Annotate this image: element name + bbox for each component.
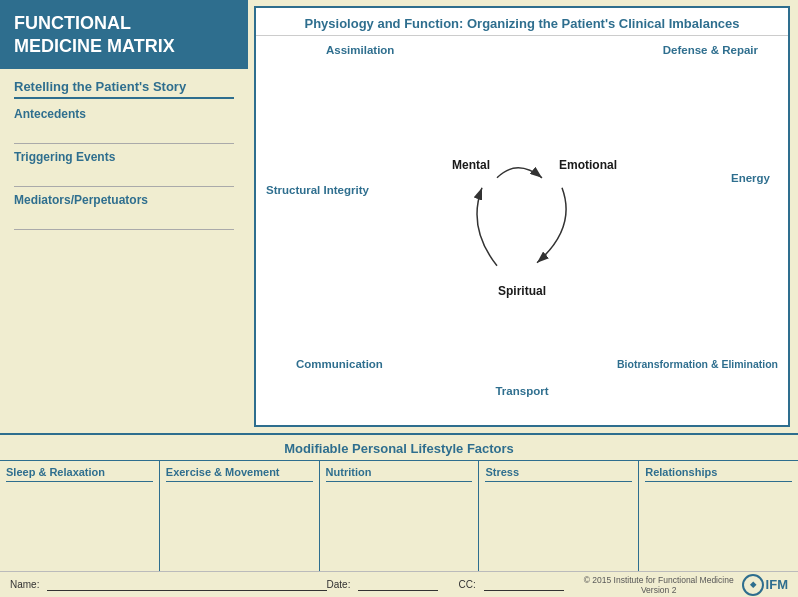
story-section-title: Retelling the Patient's Story	[14, 79, 234, 99]
col-stress: Stress	[479, 461, 639, 571]
triggering-events-label: Triggering Events	[14, 150, 234, 164]
mediators-label: Mediators/Perpetuators	[14, 193, 234, 207]
divider-3	[14, 229, 234, 230]
col-sleep: Sleep & Relaxation	[0, 461, 160, 571]
footer-cc-section: CC:	[458, 579, 563, 591]
label-structural: Structural Integrity	[266, 184, 369, 196]
bottom-section: Modifiable Personal Lifestyle Factors Sl…	[0, 433, 798, 571]
label-communication: Communication	[296, 358, 383, 370]
col-nutrition-header: Nutrition	[326, 466, 473, 482]
copyright-text: © 2015 Institute for Functional Medicine…	[584, 575, 734, 595]
divider-2	[14, 186, 234, 187]
label-transport: Transport	[495, 385, 548, 397]
node-emotional: Emotional	[559, 157, 617, 171]
top-section: FUNCTIONAL MEDICINE MATRIX Retelling the…	[0, 0, 798, 433]
physiology-box: Physiology and Function: Organizing the …	[254, 6, 790, 427]
footer: Name: Date: CC: © 2015 Institute for Fun…	[0, 571, 798, 597]
divider-1	[14, 143, 234, 144]
sidebar-header: FUNCTIONAL MEDICINE MATRIX	[0, 0, 248, 69]
lifestyle-columns: Sleep & Relaxation Exercise & Movement N…	[0, 461, 798, 571]
sidebar-title: FUNCTIONAL MEDICINE MATRIX	[14, 12, 175, 59]
ifm-logo: ◆ IFM	[742, 574, 788, 596]
sidebar: FUNCTIONAL MEDICINE MATRIX Retelling the…	[0, 0, 248, 433]
main-area: Physiology and Function: Organizing the …	[248, 0, 798, 433]
col-sleep-header: Sleep & Relaxation	[6, 466, 153, 482]
name-label: Name:	[10, 579, 39, 590]
cc-label: CC:	[458, 579, 475, 590]
node-mental: Mental	[452, 157, 490, 171]
col-exercise: Exercise & Movement	[160, 461, 320, 571]
col-exercise-header: Exercise & Movement	[166, 466, 313, 482]
label-assimilation: Assimilation	[326, 44, 394, 56]
label-biotransformation: Biotransformation & Elimination	[617, 358, 778, 370]
center-diagram: Mental Emotional Spiritual	[422, 147, 622, 307]
node-spiritual: Spiritual	[498, 283, 546, 297]
col-stress-header: Stress	[485, 466, 632, 482]
ifm-circle-icon: ◆	[742, 574, 764, 596]
footer-name-section: Name:	[10, 579, 327, 591]
label-defense: Defense & Repair	[663, 44, 758, 56]
col-relationships-header: Relationships	[645, 466, 792, 482]
col-relationships: Relationships	[639, 461, 798, 571]
page-wrapper: FUNCTIONAL MEDICINE MATRIX Retelling the…	[0, 0, 798, 597]
col-nutrition: Nutrition	[320, 461, 480, 571]
footer-date-section: Date:	[327, 579, 439, 591]
date-label: Date:	[327, 579, 351, 590]
physiology-title: Physiology and Function: Organizing the …	[256, 8, 788, 36]
sidebar-content: Retelling the Patient's Story Antecedent…	[0, 69, 248, 433]
name-field[interactable]	[47, 579, 326, 591]
label-energy: Energy	[731, 172, 770, 184]
cc-field[interactable]	[484, 579, 564, 591]
physiology-diagram: Assimilation Defense & Repair Structural…	[256, 36, 788, 425]
lifestyle-title: Modifiable Personal Lifestyle Factors	[0, 435, 798, 461]
antecedents-label: Antecedents	[14, 107, 234, 121]
ifm-text: IFM	[766, 577, 788, 592]
date-field[interactable]	[358, 579, 438, 591]
